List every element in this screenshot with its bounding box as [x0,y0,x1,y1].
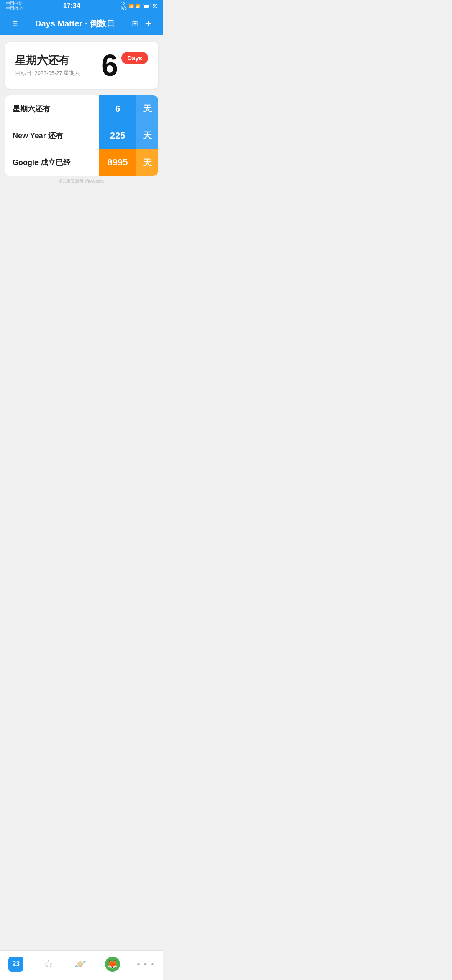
watermark: ©云枫资源网 yfzyw.com [0,177,163,218]
list-item[interactable]: Google 成立已经 8995 天 [5,149,158,176]
grid-button[interactable]: ⊞ [128,19,141,28]
list-card: 星期六还有 6 天 New Year 还有 225 天 Google 成立已经 … [5,95,158,176]
featured-title: 星期六还有 [15,54,101,68]
item-unit-2: 天 [136,122,158,149]
signal-icon: 📶 [135,4,140,8]
days-badge: Days [121,52,148,64]
item-unit-1: 天 [136,95,158,122]
carrier1: 中国电信 [6,1,23,6]
list-section: 星期六还有 6 天 New Year 还有 225 天 Google 成立已经 … [0,95,163,176]
item-label-1: 星期六还有 [5,104,99,114]
status-bar: 中国电信 中国移动 17:34 12 K/s 📶 📶 59 [0,0,163,12]
battery-level: 59 [153,4,157,8]
list-item[interactable]: New Year 还有 225 天 [5,122,158,149]
add-button[interactable]: + [141,17,155,30]
item-count-3: 8995 [99,149,136,176]
network-speed: 12 K/s [121,1,126,10]
featured-count: 6 [101,50,118,80]
carrier-info: 中国电信 中国移动 [6,1,23,11]
status-icons: 12 K/s 📶 📶 59 [121,1,157,10]
menu-button[interactable]: ≡ [8,18,22,29]
item-unit-3: 天 [136,149,158,176]
item-count-1: 6 [99,95,136,122]
header-title: Days Matter · 倒数日 [22,18,128,29]
item-label-2: New Year 还有 [5,131,99,141]
wifi-icon: 📶 [128,4,134,8]
item-label-3: Google 成立已经 [5,157,99,168]
time: 17:34 [63,2,80,10]
app-header: ≡ Days Matter · 倒数日 ⊞ + [0,12,163,35]
battery-icon [143,4,151,8]
list-item[interactable]: 星期六还有 6 天 [5,95,158,122]
featured-card[interactable]: 星期六还有 目标日: 2023-05-27 星期六 6 Days [5,42,158,89]
carrier2: 中国移动 [6,6,23,11]
item-count-2: 225 [99,122,136,149]
featured-subtitle: 目标日: 2023-05-27 星期六 [15,70,101,77]
featured-info: 星期六还有 目标日: 2023-05-27 星期六 [15,54,101,77]
